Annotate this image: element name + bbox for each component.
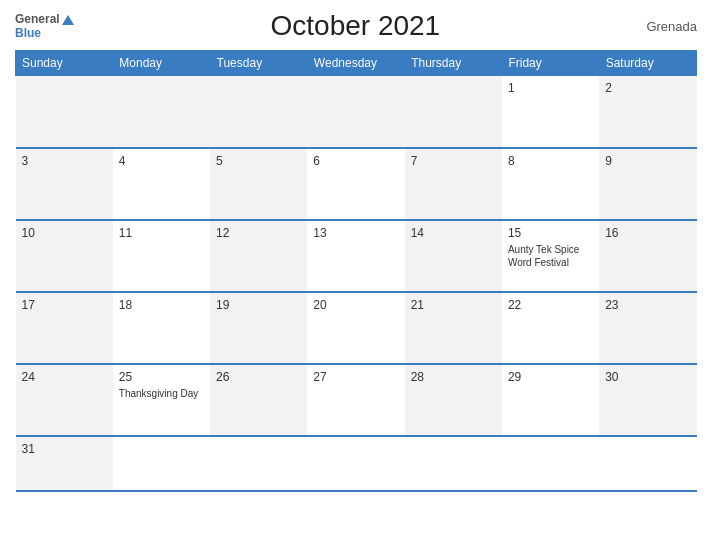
calendar-cell — [599, 436, 696, 491]
day-number: 7 — [411, 154, 496, 168]
calendar-cell: 9 — [599, 148, 696, 220]
day-number: 9 — [605, 154, 690, 168]
header-wednesday: Wednesday — [307, 51, 404, 76]
calendar-cell: 15Aunty Tek Spice Word Festival — [502, 220, 599, 292]
calendar-cell: 12 — [210, 220, 307, 292]
day-number: 29 — [508, 370, 593, 384]
calendar-cell — [405, 436, 502, 491]
calendar-cell — [307, 436, 404, 491]
logo-triangle-icon — [62, 15, 74, 25]
day-number: 30 — [605, 370, 690, 384]
day-number: 15 — [508, 226, 593, 240]
day-number: 2 — [605, 81, 690, 95]
day-number: 4 — [119, 154, 204, 168]
day-number: 14 — [411, 226, 496, 240]
day-number: 18 — [119, 298, 204, 312]
header-saturday: Saturday — [599, 51, 696, 76]
calendar-grid: Sunday Monday Tuesday Wednesday Thursday… — [15, 50, 697, 492]
day-number: 17 — [22, 298, 107, 312]
calendar-cell: 26 — [210, 364, 307, 436]
day-number: 12 — [216, 226, 301, 240]
day-number: 26 — [216, 370, 301, 384]
calendar-cell — [307, 76, 404, 148]
calendar-cell — [113, 436, 210, 491]
header-thursday: Thursday — [405, 51, 502, 76]
calendar-cell: 29 — [502, 364, 599, 436]
calendar-cell: 27 — [307, 364, 404, 436]
day-number: 8 — [508, 154, 593, 168]
calendar-cell: 5 — [210, 148, 307, 220]
event-label: Thanksgiving Day — [119, 388, 198, 399]
calendar-week-row: 12 — [16, 76, 697, 148]
calendar-cell: 10 — [16, 220, 113, 292]
calendar-cell — [16, 76, 113, 148]
country-label: Grenada — [637, 19, 697, 34]
header-friday: Friday — [502, 51, 599, 76]
day-number: 23 — [605, 298, 690, 312]
calendar-week-row: 101112131415Aunty Tek Spice Word Festiva… — [16, 220, 697, 292]
calendar-cell: 6 — [307, 148, 404, 220]
day-number: 22 — [508, 298, 593, 312]
day-number: 6 — [313, 154, 398, 168]
calendar-cell: 23 — [599, 292, 696, 364]
calendar-cell — [210, 76, 307, 148]
calendar-cell: 4 — [113, 148, 210, 220]
calendar-container: General Blue October 2021 Grenada Sunday… — [0, 0, 712, 550]
calendar-cell: 2 — [599, 76, 696, 148]
calendar-cell: 19 — [210, 292, 307, 364]
calendar-cell: 22 — [502, 292, 599, 364]
calendar-week-row: 31 — [16, 436, 697, 491]
calendar-cell: 3 — [16, 148, 113, 220]
day-number: 3 — [22, 154, 107, 168]
logo-general-text: General — [15, 12, 60, 26]
calendar-cell: 24 — [16, 364, 113, 436]
logo: General Blue — [15, 12, 74, 41]
header-monday: Monday — [113, 51, 210, 76]
calendar-cell: 21 — [405, 292, 502, 364]
day-number: 24 — [22, 370, 107, 384]
calendar-cell — [405, 76, 502, 148]
day-number: 19 — [216, 298, 301, 312]
day-number: 27 — [313, 370, 398, 384]
day-number: 25 — [119, 370, 204, 384]
day-number: 20 — [313, 298, 398, 312]
calendar-cell: 30 — [599, 364, 696, 436]
day-number: 16 — [605, 226, 690, 240]
calendar-week-row: 17181920212223 — [16, 292, 697, 364]
day-number: 31 — [22, 442, 107, 456]
calendar-cell: 16 — [599, 220, 696, 292]
calendar-cell: 28 — [405, 364, 502, 436]
weekday-header-row: Sunday Monday Tuesday Wednesday Thursday… — [16, 51, 697, 76]
calendar-week-row: 3456789 — [16, 148, 697, 220]
calendar-cell: 31 — [16, 436, 113, 491]
header-tuesday: Tuesday — [210, 51, 307, 76]
day-number: 21 — [411, 298, 496, 312]
day-number: 28 — [411, 370, 496, 384]
calendar-cell: 1 — [502, 76, 599, 148]
calendar-cell — [502, 436, 599, 491]
calendar-header: General Blue October 2021 Grenada — [15, 10, 697, 42]
calendar-cell: 14 — [405, 220, 502, 292]
day-number: 10 — [22, 226, 107, 240]
day-number: 11 — [119, 226, 204, 240]
event-label: Aunty Tek Spice Word Festival — [508, 244, 580, 268]
calendar-cell: 11 — [113, 220, 210, 292]
logo-blue-text: Blue — [15, 26, 41, 40]
calendar-cell: 17 — [16, 292, 113, 364]
calendar-cell — [113, 76, 210, 148]
calendar-cell: 18 — [113, 292, 210, 364]
calendar-cell: 25Thanksgiving Day — [113, 364, 210, 436]
calendar-title: October 2021 — [74, 10, 637, 42]
day-number: 13 — [313, 226, 398, 240]
calendar-cell: 7 — [405, 148, 502, 220]
calendar-cell — [210, 436, 307, 491]
calendar-week-row: 2425Thanksgiving Day2627282930 — [16, 364, 697, 436]
day-number: 1 — [508, 81, 593, 95]
calendar-cell: 13 — [307, 220, 404, 292]
calendar-cell: 8 — [502, 148, 599, 220]
header-sunday: Sunday — [16, 51, 113, 76]
calendar-cell: 20 — [307, 292, 404, 364]
day-number: 5 — [216, 154, 301, 168]
